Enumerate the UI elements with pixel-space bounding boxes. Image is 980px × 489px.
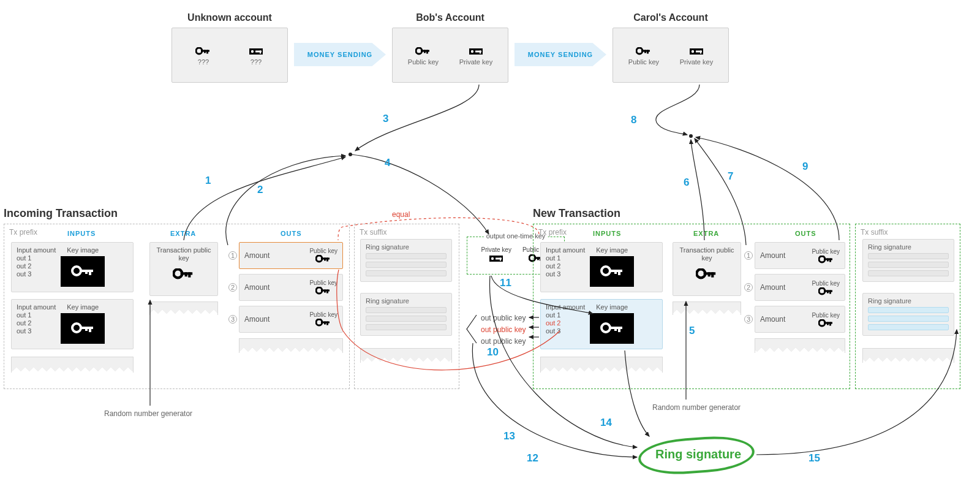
key-private-icon [468,47,484,56]
num-1: 1 [205,175,211,187]
account-unknown: Unknown account ??? ??? [172,28,288,83]
incoming-input-1: Input amount out 1 out 2 out 3 Key image [11,242,134,292]
num-7: 7 [728,170,733,183]
num-14: 14 [600,417,612,429]
torn-strip [755,338,845,353]
num-2: 2 [257,184,263,196]
key-private-icon [248,47,264,56]
num-13: 13 [503,430,515,442]
torn-strip [360,348,452,363]
hdr-inputs-new: INPUTS [593,230,621,237]
key-private-icon [688,47,704,56]
hdr-extra-new: EXTRA [693,230,719,237]
torn-strip [239,338,343,353]
new-out-2: 2 Amount Public key [755,274,845,301]
unknown-priv-label: ??? [251,58,262,66]
key-image-icon [590,313,634,344]
key-image-icon [61,313,105,344]
ring-sig-final: Ring signature [655,447,741,461]
num-6: 6 [684,176,689,189]
incoming-input-2: Input amount out 1 out 2 out 3 Key image [11,299,134,349]
torn-strip [862,348,954,363]
hdr-outs-new: OUTS [795,230,816,237]
new-extra: Transaction public key [673,242,741,296]
rng-label-incoming: Random number generator [104,409,192,418]
incoming-ringsig-2: Ring signature [360,293,452,336]
diagram-canvas: { "accounts": { "unknown": { "title": "U… [0,0,980,489]
account-bob-title: Bob's Account [393,12,508,23]
hdr-inputs: INPUTS [67,230,96,237]
key-private-icon [488,254,504,265]
num-5: 5 [689,325,695,337]
num-3: 3 [383,113,388,125]
incoming-extra: Transaction public key [149,242,218,296]
key-image-icon [590,256,634,287]
key-public-icon [415,47,431,56]
incoming-ringsig-1: Ring signature [360,239,452,282]
new-input-2: Input amount out 1 out 2 out 3 Key image [540,299,663,349]
new-input-1: Input amount out 1 out 2 out 3 Key image [540,242,663,292]
key-image-icon [61,256,105,287]
torn-strip [11,357,134,373]
torn-strip [540,357,663,373]
svg-point-13 [689,134,693,138]
new-ringsig-1: Ring signature [862,239,954,282]
unknown-pub-label: ??? [198,58,209,66]
new-ringsig-2: Ring signature [862,293,954,336]
num-15: 15 [809,452,820,464]
incoming-out-3: 3 Amount Public key [239,306,343,333]
incoming-out-2: 2 Amount Public key [239,274,343,301]
key-public-icon [195,47,211,56]
num-8: 8 [631,114,636,126]
new-out-1: 1 Amount Public key [755,242,845,269]
account-unknown-title: Unknown account [172,12,287,23]
num-4: 4 [385,157,390,169]
opk-triangle [466,314,478,344]
money-arrow-2: MONEY SENDING [514,43,606,66]
num-11: 11 [500,277,511,289]
equal-label: equal [392,210,410,219]
new-out-3: 3 Amount Public key [755,306,845,333]
money-arrow-1: MONEY SENDING [294,43,386,66]
incoming-out-1: 1 Amount Public key [239,242,343,269]
num-12: 12 [527,452,538,464]
key-public-icon [636,47,652,56]
account-carol: Carol's Account Public key Private key [612,28,729,83]
section-title-new: New Transaction [533,207,620,220]
num-9: 9 [802,161,808,173]
account-carol-title: Carol's Account [613,12,728,23]
section-title-incoming: Incoming Transaction [4,207,118,220]
torn-strip [673,301,741,315]
svg-point-12 [349,153,352,156]
out-public-key-list: out public key out public key out public… [481,313,526,348]
hdr-outs: OUTS [281,230,302,237]
num-10: 10 [487,346,499,358]
rng-label-new: Random number generator [652,403,741,412]
account-bob: Bob's Account Public key Private key [392,28,508,83]
torn-strip [149,301,218,315]
hdr-extra: EXTRA [170,230,196,237]
